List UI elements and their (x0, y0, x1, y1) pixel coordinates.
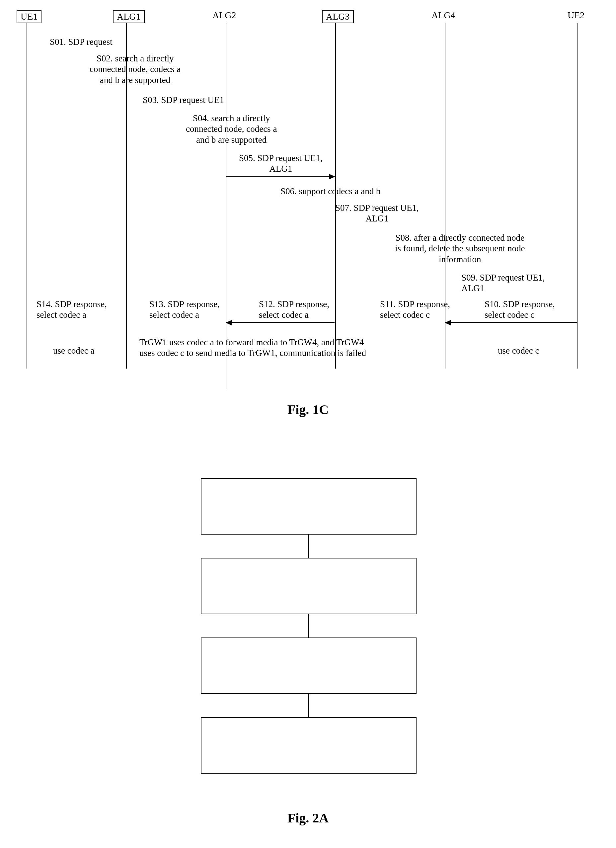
msg-failure-note: TrGW1 uses codec a to forward media to T… (139, 337, 415, 359)
participant-alg3: ALG3 (322, 10, 354, 23)
msg-s10: S10. SDP response,select codec c (484, 299, 555, 320)
msg-s12: S12. SDP response,select codec a (259, 299, 329, 320)
flow-box-4 (201, 717, 416, 774)
arrow-s10 (446, 322, 577, 323)
msg-s05: S05. SDP request UE1,ALG1 (239, 153, 323, 174)
msg-s13: S13. SDP response,select codec a (150, 299, 220, 320)
flow-connector-1 (308, 535, 309, 558)
msg-s08: S08. after a directly connected nodeis f… (395, 233, 525, 265)
msg-s11: S11. SDP response,select codec c (380, 299, 450, 320)
arrow-s12 (227, 322, 335, 323)
msg-s07: S07. SDP request UE1,ALG1 (335, 203, 419, 224)
participant-alg4: ALG4 (431, 10, 455, 21)
caption-fig2a: Fig. 2A (0, 810, 616, 826)
msg-use-codec-c: use codec c (498, 345, 539, 356)
flow-box-1 (201, 478, 416, 535)
flow-connector-3 (308, 694, 309, 717)
msg-s14: S14. SDP response,select codec a (37, 299, 107, 320)
msg-s06: S06. support codecs a and b (280, 186, 381, 197)
arrow-s05 (227, 176, 335, 176)
msg-s02: S02. search a directlyconnected node, co… (90, 53, 181, 85)
msg-use-codec-a: use codec a (53, 345, 94, 356)
flow-box-2 (201, 558, 416, 614)
participant-ue1: UE1 (16, 10, 41, 23)
flowchart (159, 478, 458, 774)
msg-s04: S04. search a directlyconnected node, co… (186, 113, 277, 145)
participant-alg2: ALG2 (212, 10, 236, 21)
caption-fig1c: Fig. 1C (0, 402, 616, 417)
flow-connector-2 (308, 614, 309, 637)
msg-s09: S09. SDP request UE1,ALG1 (461, 272, 545, 294)
msg-s01: S01. SDP request (50, 37, 113, 47)
sequence-diagram: UE1 ALG1 ALG2 ALG3 ALG4 UE2 S01. SDP req… (27, 10, 591, 385)
participant-alg1: ALG1 (113, 10, 145, 23)
msg-s03: S03. SDP request UE1 (143, 95, 224, 105)
participant-ue2: UE2 (567, 10, 585, 21)
flow-box-3 (201, 637, 416, 694)
